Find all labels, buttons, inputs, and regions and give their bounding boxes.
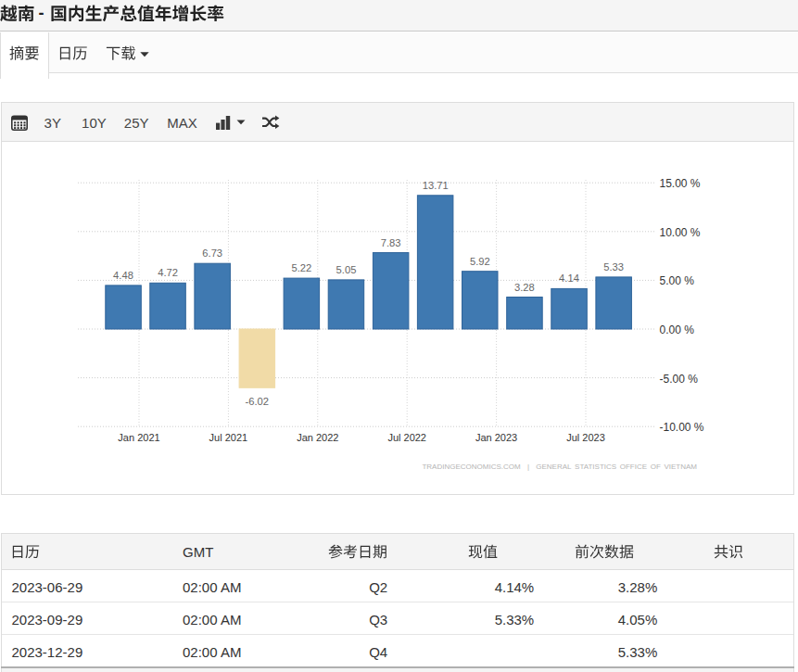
svg-text:3.28: 3.28 [514, 282, 535, 293]
svg-text:-10.00 %: -10.00 % [660, 421, 704, 434]
svg-text:TRADINGECONOMICS.COM | GENER: TRADINGECONOMICS.COM | GENERAL STATISTIC… [422, 463, 697, 471]
svg-text:0.00 %: 0.00 % [660, 323, 695, 336]
svg-text:4.48: 4.48 [113, 270, 133, 281]
svg-text:10.00 %: 10.00 % [660, 226, 701, 239]
svg-text:5.00 %: 5.00 % [660, 274, 695, 287]
svg-text:4.14: 4.14 [559, 273, 579, 284]
svg-text:5.22: 5.22 [292, 262, 312, 273]
svg-text:Jan 2022: Jan 2022 [297, 432, 338, 443]
svg-text:5.92: 5.92 [470, 256, 490, 267]
svg-text:15.00 %: 15.00 % [660, 177, 701, 190]
svg-text:5.05: 5.05 [336, 264, 357, 275]
svg-text:-5.00 %: -5.00 % [660, 373, 699, 386]
svg-text:Jul 2022: Jul 2022 [387, 432, 426, 443]
svg-text:7.83: 7.83 [381, 237, 401, 248]
svg-text:Jan 2021: Jan 2021 [118, 432, 159, 443]
svg-text:Jan 2023: Jan 2023 [475, 432, 517, 443]
svg-text:Jul 2023: Jul 2023 [566, 432, 605, 443]
svg-text:6.73: 6.73 [202, 247, 222, 259]
svg-text:13.71: 13.71 [423, 180, 449, 191]
svg-text:4.72: 4.72 [158, 267, 178, 278]
svg-text:Jul 2021: Jul 2021 [209, 432, 248, 443]
svg-text:-6.02: -6.02 [246, 396, 270, 407]
svg-text:5.33: 5.33 [603, 261, 624, 273]
